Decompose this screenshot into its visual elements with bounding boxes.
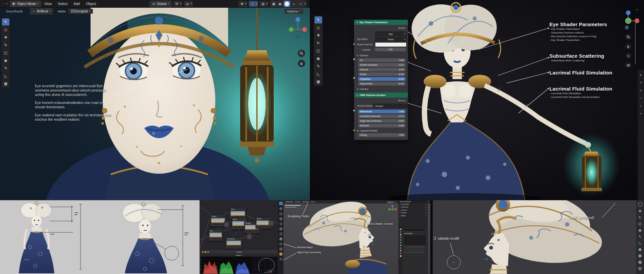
menu-object[interactable]: Object <box>83 0 99 7</box>
param-slider[interactable]: Engel Ocle Komemsue0.800 <box>358 119 406 123</box>
prop-tab-icon[interactable] <box>400 250 401 252</box>
panel-section1-header[interactable]: ▼ Eye Shader Parameters <box>354 20 408 25</box>
gizmo-toggle-group[interactable]: ✥▾ <box>238 1 248 7</box>
outliner-row[interactable]: ▸Fiaracno👁 <box>399 209 427 212</box>
tool-select[interactable]: ↖ <box>2 18 9 25</box>
prop-tab-icon[interactable] <box>400 242 401 243</box>
strip-icon[interactable] <box>279 248 282 251</box>
prop-tab-icon[interactable] <box>400 239 401 241</box>
param-slider-highlighted[interactable]: BStenorionA1.083 <box>358 110 406 113</box>
outliner-row[interactable]: ▸Cheriemgot👁 <box>399 203 427 206</box>
orientation-dropdown[interactable]: ⟁ Global▾ <box>150 1 172 7</box>
prop-tab-icon[interactable] <box>400 255 401 257</box>
strip-pen-icon[interactable]: ✎ <box>639 235 641 238</box>
strip-sphere-icon[interactable] <box>638 254 642 258</box>
properties-search-field[interactable] <box>404 229 425 231</box>
menu-select[interactable]: Select <box>55 0 70 7</box>
tool-scale[interactable]: ◰ <box>2 49 9 56</box>
strip-icon[interactable] <box>279 237 282 240</box>
menu-view[interactable]: View <box>41 0 55 7</box>
node-editor-panel[interactable]: Kresol Cree Muck Bregan Dhele Hye Amboww… <box>200 200 283 274</box>
proportional-edit-group[interactable]: ◎ ▾ <box>184 1 193 7</box>
outliner-row[interactable]: ▸Whjda👁 <box>399 214 427 217</box>
prop-tab-icon[interactable] <box>400 234 401 235</box>
pan-button[interactable] <box>298 60 305 67</box>
sculpt-viewport-panel[interactable]: Sculpting Tools Micro-details: Cornea No… <box>283 200 430 274</box>
shading-preview-icon[interactable]: ◑ <box>298 1 303 6</box>
camera-view-button[interactable] <box>625 62 632 68</box>
strip-icon[interactable] <box>279 212 282 215</box>
prop-tab-icon[interactable] <box>400 244 401 246</box>
options-button[interactable]: Options▾ <box>386 201 397 204</box>
param-slider[interactable]: CosmAe'ns Norononic0.573 <box>358 114 406 118</box>
strip-icon[interactable] <box>279 217 282 220</box>
overlays-group[interactable]: ⬡▾ <box>249 1 258 7</box>
snap-dropdown[interactable]: DCincrgoat▾ <box>68 9 93 14</box>
color-swatch[interactable] <box>375 42 407 47</box>
nav-axis-gizmo[interactable] <box>388 205 397 214</box>
tool-scale[interactable]: ◰ <box>315 47 322 54</box>
shader-dropdown[interactable]: Dowol▾ <box>375 37 407 42</box>
param-slider-highlighted[interactable]: Orgsadescr8.040 <box>358 77 406 81</box>
tool-add-cube[interactable]: ▦ <box>2 80 9 87</box>
strip-mask-icon[interactable] <box>638 267 642 270</box>
prop-tab-icon[interactable] <box>400 236 401 238</box>
pan-button[interactable] <box>625 43 632 50</box>
strip-icon[interactable] <box>279 222 282 225</box>
tab-world-icon[interactable]: ◉ <box>639 112 643 115</box>
xray-group[interactable]: ◍▾ <box>260 1 269 7</box>
tool-transform[interactable]: ◉ <box>2 57 9 64</box>
shading-wireframe-icon[interactable]: ▦ <box>271 1 276 6</box>
tool-cursor[interactable]: ◎ <box>315 24 322 31</box>
shading-material-active[interactable] <box>284 1 290 7</box>
shader-node[interactable]: Ambowwe <box>226 237 242 249</box>
strip-ramp-icon[interactable]: ◺ <box>639 241 641 245</box>
param-slider[interactable]: Wurtuono0.063 <box>358 124 406 127</box>
strip-rotate-icon[interactable]: ↻ <box>639 216 641 219</box>
param-slider[interactable]: Forcwg1.650 <box>358 133 406 137</box>
properties-row-stub[interactable] <box>404 252 425 253</box>
scrollbar[interactable] <box>635 20 636 64</box>
strip-target-icon[interactable] <box>638 202 642 207</box>
zoom-button[interactable] <box>625 34 632 40</box>
strip-icon[interactable] <box>279 207 282 210</box>
scopes-titlebar[interactable]: Gogpa <box>201 250 278 254</box>
prop-tab-icon[interactable] <box>400 231 401 233</box>
shader-node[interactable]: Kresol <box>210 215 226 226</box>
math-node[interactable] <box>247 233 252 239</box>
prop-tab-icon[interactable] <box>400 247 401 249</box>
tool-move[interactable]: ✚ <box>2 34 9 41</box>
parade-dropdown[interactable]: Parade <box>235 254 241 256</box>
tab-tool-icon[interactable]: ⚒ <box>639 81 643 84</box>
menu-add[interactable]: Add <box>71 0 83 7</box>
tool-select[interactable]: ↖ <box>315 16 322 23</box>
mode-dropdown[interactable]: ◩ Object Mode▾ <box>10 1 41 7</box>
param-slider[interactable]: Etnofia8.033 <box>358 72 406 76</box>
tab-render-icon[interactable]: ◧ <box>639 73 643 76</box>
tool-rotate[interactable]: ↻ <box>315 40 322 47</box>
tab-scene-icon[interactable]: ◍ <box>639 104 643 107</box>
snapping-group[interactable]: ▾ <box>173 1 182 7</box>
outliner-row[interactable]: ▸Oestercpri👁 <box>399 206 427 209</box>
tool-transform[interactable]: ◉ <box>315 55 322 62</box>
strip-icon[interactable] <box>279 232 282 235</box>
param-slider[interactable]: Omonue3.075 <box>358 68 406 71</box>
strip-gizmo-icon[interactable]: ◉ <box>639 229 642 232</box>
editor-type-icon[interactable]: ◦ <box>1 1 6 6</box>
mirrored-sculpt-panel[interactable]: Sculpting Tools Micro-details: C ✚ ↻ ◰ ◉… <box>433 200 644 274</box>
strip-icon[interactable] <box>279 227 282 230</box>
output-node[interactable] <box>269 220 274 226</box>
param-slider[interactable]: Roshiht ononmans2.013 <box>358 63 406 67</box>
options-button[interactable]: Options▾ <box>284 9 303 14</box>
scopes-window[interactable]: Gogpa Parade ▾ <box>200 250 278 274</box>
strip-blob-icon[interactable] <box>638 261 642 264</box>
turnaround-sheet-panel[interactable] <box>0 200 200 274</box>
nav-axis-gizmo[interactable] <box>622 9 640 30</box>
properties-row-stub[interactable] <box>404 246 425 248</box>
tool-measure[interactable]: ◺ <box>315 70 322 77</box>
amount-value-slider[interactable]: 2.99 <box>375 48 406 51</box>
shading-solid-icon[interactable]: ◉ <box>277 1 282 6</box>
shader-node[interactable]: Hye <box>209 229 223 241</box>
prop-tab-icon[interactable] <box>400 228 401 230</box>
eye-type-dropdown[interactable]: Dpe▾ <box>375 32 407 36</box>
